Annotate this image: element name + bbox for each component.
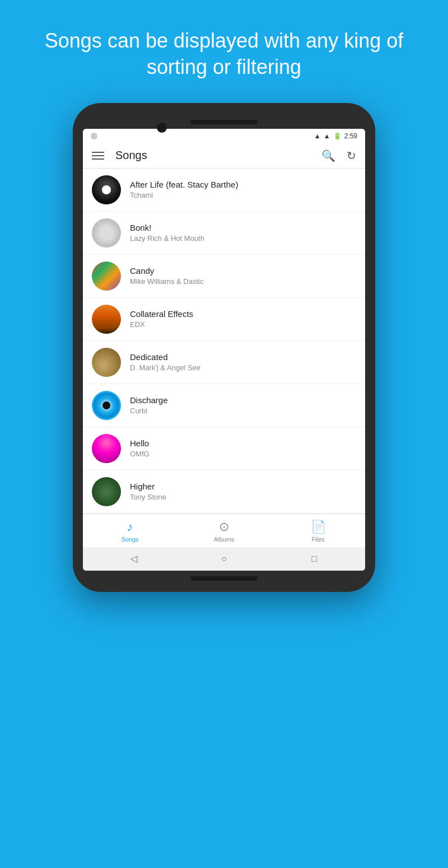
- albums-nav-icon: ⊙: [219, 520, 229, 534]
- phone-camera: [157, 123, 167, 133]
- recents-button[interactable]: □: [308, 553, 320, 565]
- album-art: [92, 477, 121, 506]
- app-title: Songs: [115, 149, 321, 162]
- bottom-nav: ♪ Songs ⊙ Albums 📄 Files: [83, 514, 365, 547]
- song-item[interactable]: Collateral EffectsEDX: [83, 298, 365, 341]
- nav-files[interactable]: 📄 Files: [271, 520, 365, 543]
- songs-nav-icon: ♪: [127, 520, 133, 534]
- song-item[interactable]: HelloOMfG: [83, 427, 365, 470]
- song-info: HelloOMfG: [130, 438, 356, 458]
- song-title: Higher: [130, 482, 356, 491]
- status-bar: ▲ ▲ 🔋 2:59: [83, 129, 365, 143]
- song-info: After Life (feat. Stacy Barthe)Tchami: [130, 180, 356, 199]
- song-info: HigherTony Stone: [130, 482, 356, 501]
- status-time: 2:59: [344, 132, 357, 140]
- hamburger-line-2: [92, 155, 104, 156]
- song-list: After Life (feat. Stacy Barthe)TchamiBon…: [83, 169, 365, 514]
- hamburger-menu-button[interactable]: [92, 152, 104, 160]
- signal-icon: ▲: [324, 132, 330, 140]
- search-button[interactable]: 🔍: [321, 149, 335, 162]
- album-art: [92, 305, 121, 334]
- song-title: Dedicated: [130, 352, 356, 362]
- song-info: DischargeCurbi: [130, 395, 356, 415]
- song-title: Candy: [130, 266, 356, 276]
- song-item[interactable]: CandyMike Williams & Dastic: [83, 255, 365, 298]
- song-item[interactable]: DedicatedD. Mark'j & Angel See: [83, 341, 365, 384]
- album-art: [92, 175, 121, 204]
- wifi-icon: ▲: [314, 132, 321, 140]
- back-button[interactable]: ◁: [128, 553, 140, 565]
- album-art: [92, 348, 121, 377]
- nav-songs[interactable]: ♪ Songs: [83, 520, 177, 543]
- files-nav-label: Files: [311, 536, 324, 543]
- phone-device: ▲ ▲ 🔋 2:59 Songs 🔍 ↻ After Life (feat. S…: [73, 103, 375, 592]
- album-art: [92, 391, 121, 420]
- song-item[interactable]: DischargeCurbi: [83, 384, 365, 427]
- song-artist: Tony Stone: [130, 493, 356, 501]
- status-right: ▲ ▲ 🔋 2:59: [314, 132, 357, 140]
- battery-icon: 🔋: [333, 132, 342, 140]
- song-artist: Lazy Rich & Hot Mouth: [130, 234, 356, 242]
- song-artist: Mike Williams & Dastic: [130, 277, 356, 286]
- refresh-button[interactable]: ↻: [347, 149, 356, 162]
- phone-speaker-top: [190, 120, 258, 124]
- home-button[interactable]: ○: [218, 553, 230, 565]
- song-item[interactable]: Bonk!Lazy Rich & Hot Mouth: [83, 212, 365, 255]
- nav-albums[interactable]: ⊙ Albums: [177, 520, 271, 543]
- song-artist: EDX: [130, 320, 356, 329]
- system-nav: ◁ ○ □: [83, 547, 365, 571]
- song-title: Hello: [130, 438, 356, 448]
- song-item[interactable]: After Life (feat. Stacy Barthe)Tchami: [83, 169, 365, 212]
- song-title: Collateral Effects: [130, 309, 356, 319]
- album-art: [92, 262, 121, 291]
- song-artist: Curbi: [130, 407, 356, 415]
- song-artist: D. Mark'j & Angel See: [130, 363, 356, 372]
- song-item[interactable]: HigherTony Stone: [83, 470, 365, 514]
- hamburger-line-3: [92, 158, 104, 160]
- status-indicator: [91, 133, 97, 139]
- phone-screen: ▲ ▲ 🔋 2:59 Songs 🔍 ↻ After Life (feat. S…: [83, 129, 365, 571]
- album-art: [92, 434, 121, 463]
- song-info: CandyMike Williams & Dastic: [130, 266, 356, 286]
- song-info: Collateral EffectsEDX: [130, 309, 356, 329]
- song-title: Discharge: [130, 395, 356, 405]
- album-art: [92, 218, 121, 248]
- hamburger-line-1: [92, 152, 104, 153]
- song-info: Bonk!Lazy Rich & Hot Mouth: [130, 223, 356, 242]
- song-info: DedicatedD. Mark'j & Angel See: [130, 352, 356, 372]
- albums-nav-label: Albums: [214, 536, 235, 543]
- song-title: Bonk!: [130, 223, 356, 232]
- headline: Songs can be displayed with any king of …: [0, 0, 448, 103]
- songs-nav-label: Songs: [121, 536, 138, 543]
- phone-speaker-bottom: [190, 576, 258, 581]
- song-artist: OMfG: [130, 450, 356, 458]
- app-bar-actions: 🔍 ↻: [321, 149, 356, 162]
- files-nav-icon: 📄: [311, 520, 326, 534]
- song-title: After Life (feat. Stacy Barthe): [130, 180, 356, 189]
- song-artist: Tchami: [130, 191, 356, 199]
- app-bar: Songs 🔍 ↻: [83, 143, 365, 169]
